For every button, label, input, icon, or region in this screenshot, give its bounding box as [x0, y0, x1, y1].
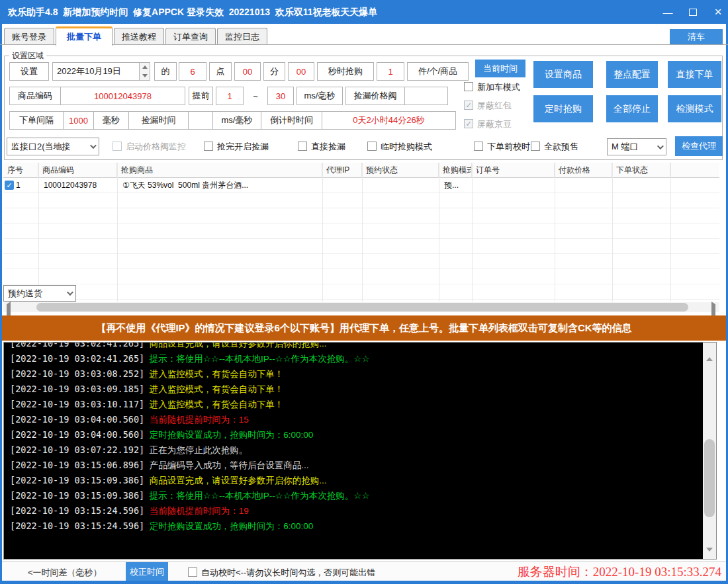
block-jd-bean-checkbox[interactable]: ✓ — [464, 119, 473, 128]
close-icon[interactable]: × — [709, 0, 727, 24]
detect-mode-button[interactable]: 检测模式 — [668, 95, 721, 122]
cell-product: ①飞天 53%vol 500ml 贵州茅台酒... — [122, 178, 321, 193]
maximize-icon[interactable] — [684, 0, 702, 24]
set-product-button[interactable]: 设置商品 — [533, 61, 593, 88]
m-port-combobox[interactable]: M 端口 — [607, 138, 666, 155]
second-input[interactable]: 00 — [288, 62, 314, 81]
minimize-icon[interactable]: — — [659, 0, 677, 24]
log-line: [2022-10-19 03:02:41.265] 提示：将使用☆☆--本机本地… — [10, 351, 703, 366]
chevron-down-icon — [90, 142, 97, 149]
block-redpacket-checkbox[interactable]: ✓ — [464, 101, 473, 110]
table-row[interactable]: ✓ 1 100012043978 ①飞天 53%vol 500ml 贵州茅台酒.… — [3, 178, 719, 193]
col-header-product[interactable]: 抢购商品 — [117, 163, 322, 178]
auto-calibrate-label: 自动校时<--请勿议长时间勾选，否则可能出错 — [201, 567, 375, 577]
cell-code: 100012043978 — [44, 178, 116, 193]
auto-calibrate-checkbox[interactable] — [188, 567, 197, 577]
stop-all-button[interactable]: 全部停止 — [606, 95, 658, 122]
tab-batch-order[interactable]: 批量下单 — [56, 26, 113, 46]
log-line: [2022-10-19 03:07:22.192] 正在为您停止此次抢购。 — [10, 442, 703, 458]
time-check-checkbox[interactable] — [474, 142, 483, 151]
spin-down-icon[interactable] — [140, 71, 150, 80]
chevron-down-icon — [657, 143, 664, 149]
delivery-mode-combobox[interactable]: 预约送货 — [3, 285, 76, 302]
price-monitor-checkbox[interactable] — [113, 142, 122, 151]
col-header-seq[interactable]: 序号 — [3, 163, 38, 178]
titlebar[interactable]: 欢乐助手4.8 新增加预约时间 修复APPCK 登录失效 20221013 欢乐… — [0, 0, 728, 24]
date-spinner-buttons — [139, 63, 150, 80]
interface-combobox-value: 监接口2(当地接 — [11, 141, 71, 153]
log-line: [2022-10-19 03:04:00.560] 当前随机提前时间为：15 — [10, 412, 703, 427]
set-label: 设置 — [9, 62, 49, 81]
log-console[interactable]: [2022-10-19 03:02:41.265] 商品设置完成，请设置好参数开… — [3, 342, 717, 560]
tab-account-login[interactable]: 账号登录 — [4, 28, 54, 45]
hour-label: 点 — [209, 62, 232, 81]
col-header-price[interactable]: 付款价格 — [555, 163, 612, 178]
window-border-bottom — [0, 581, 728, 584]
leak-price-input[interactable] — [404, 87, 448, 105]
chevron-down-icon — [67, 289, 73, 296]
cell-seq: 1 — [16, 178, 36, 193]
direct-order-button[interactable]: 直接下单 — [668, 61, 721, 88]
direct-leak-label: 直接捡漏 — [311, 142, 345, 151]
cell-status — [615, 178, 670, 193]
col-header-order-no[interactable]: 订单号 — [472, 163, 555, 178]
tab-order-query[interactable]: 订单查询 — [165, 28, 216, 45]
ms-unit-label: ms/毫秒 — [296, 87, 343, 105]
log-line: [2022-10-19 03:03:08.252] 进入监控模式，有货会自动下单… — [10, 366, 703, 382]
direct-leak-checkbox[interactable] — [298, 142, 307, 151]
cell-mode: 预... — [444, 178, 473, 193]
leak-time-label: 捡漏时间 — [128, 111, 189, 130]
app-window: 欢乐助手4.8 新增加预约时间 修复APPCK 登录失效 20221013 欢乐… — [0, 0, 728, 584]
bottom-statusbar: <一时间差（毫秒） 校正时间 自动校时<--请勿议长时间勾选，否则可能出错 服务… — [0, 561, 728, 581]
full-presale-checkbox[interactable] — [531, 142, 540, 151]
hour-input[interactable]: 6 — [179, 62, 206, 81]
log-vscrollbar[interactable] — [703, 343, 716, 559]
product-code-input[interactable]: 100012043978 — [60, 87, 185, 105]
hscrollbar-thumb[interactable] — [36, 303, 688, 312]
settings-group-label: 设置区域 — [9, 51, 46, 61]
spin-up-icon[interactable] — [140, 63, 150, 71]
interface-combobox[interactable]: 监接口2(当地接 — [7, 138, 99, 155]
cell-proxy-ip — [325, 178, 361, 193]
leak-price-label: 捡漏价格阀 — [345, 87, 405, 105]
calibrate-time-button[interactable]: 校正时间 — [126, 562, 168, 581]
temp-mode-checkbox[interactable] — [367, 142, 377, 151]
col-header-proxy-ip[interactable]: 代理IP — [322, 163, 362, 178]
check-proxy-button[interactable]: 检查代理 — [675, 136, 723, 156]
of-label: 的 — [154, 62, 177, 81]
scroll-up-icon[interactable] — [706, 346, 713, 358]
col-header-mode[interactable]: 抢购模式 — [439, 163, 472, 178]
maximize-box-glyph — [689, 9, 697, 16]
new-cart-mode-checkbox[interactable] — [464, 82, 473, 91]
log-line: [2022-10-19 03:15:09.386] 提示：将使用☆☆--本机本地… — [10, 488, 703, 503]
hourly-config-button[interactable]: 整点配置 — [606, 61, 658, 88]
countdown-value: 0天2小时44分26秒 — [322, 111, 456, 130]
vscrollbar-thumb[interactable] — [704, 439, 715, 517]
minute-input[interactable]: 00 — [234, 62, 261, 81]
log-line: [2022-10-19 03:15:06.896] 产品编码导入成功，等待后台设… — [10, 458, 703, 473]
tab-monitor-log[interactable]: 监控日志 — [217, 28, 267, 45]
time-check-label: 下单前校时 — [487, 142, 530, 151]
advance-max-input[interactable]: 30 — [267, 87, 294, 105]
scroll-right-icon[interactable] — [711, 304, 715, 316]
quantity-input[interactable]: 1 — [377, 62, 404, 81]
current-time-button[interactable]: 当前时间 — [475, 60, 525, 77]
advance-min-input[interactable]: 1 — [216, 87, 244, 105]
tab-push-tutorial[interactable]: 推送教程 — [114, 28, 164, 45]
col-header-reserve-status[interactable]: 预约状态 — [362, 163, 439, 178]
order-interval-input[interactable]: 1000 — [63, 111, 94, 130]
leak-after-buy-checkbox[interactable] — [204, 142, 213, 151]
col-header-code[interactable]: 商品编码 — [38, 163, 117, 178]
scroll-left-icon[interactable] — [7, 304, 11, 316]
purchase-date-spinner[interactable]: 2022年10月19日 — [52, 62, 150, 81]
col-header-status[interactable]: 下单状态 — [612, 163, 670, 178]
timed-purchase-button[interactable]: 定时抢购 — [533, 95, 593, 122]
clear-cart-button[interactable]: 清车 — [670, 29, 723, 45]
cell-reserve-status — [365, 178, 437, 193]
scroll-down-icon[interactable] — [706, 552, 713, 560]
full-presale-label: 全款预售 — [544, 142, 578, 151]
row-select-checkbox[interactable]: ✓ — [5, 181, 14, 190]
leak-time-input[interactable] — [188, 111, 213, 130]
log-line: [2022-10-19 03:15:24.596] 当前随机提前时间为：19 — [10, 503, 703, 519]
purchase-date-value: 2022年10月19日 — [57, 65, 121, 77]
